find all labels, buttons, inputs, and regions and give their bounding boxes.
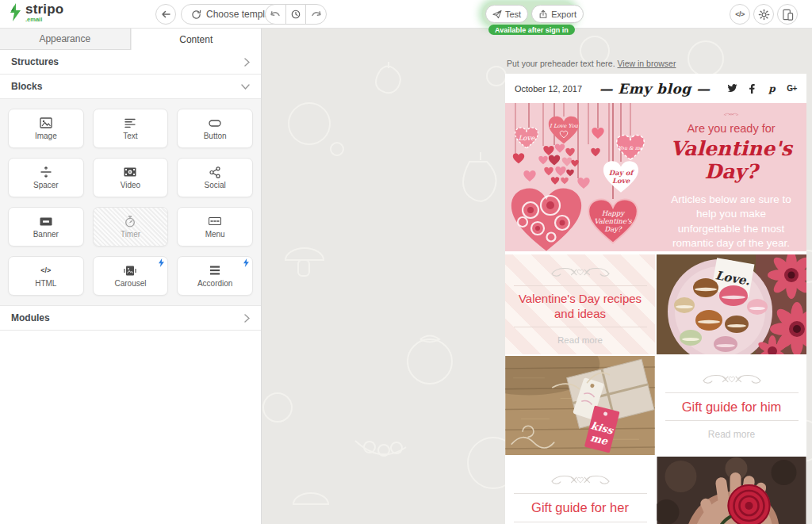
section-structures[interactable]: Structures <box>0 50 261 75</box>
macarons-photo: Love. <box>657 254 806 354</box>
block-banner[interactable]: Banner <box>8 207 84 247</box>
structures-label: Structures <box>11 56 59 67</box>
history-button[interactable] <box>285 5 307 24</box>
block-button[interactable]: Button <box>177 109 253 148</box>
code-icon: </> <box>735 10 745 18</box>
article-text-block: Gift guide for him Read more <box>657 356 806 455</box>
article-gift-her[interactable]: Gift guide for her Read more <box>505 457 806 524</box>
block-social[interactable]: Social <box>177 158 253 197</box>
button-icon <box>209 117 221 129</box>
html-code-icon: </> <box>40 264 51 277</box>
mosaic-heart <box>538 143 579 184</box>
gift-photo: kiss me <box>505 356 655 455</box>
modules-label: Modules <box>11 312 50 323</box>
preheader-text: Put your preheader text here. <box>507 59 615 68</box>
article-title: Valentine's Day recipes and ideas <box>509 292 652 322</box>
test-export-group: Test Export <box>482 2 576 26</box>
hero-body: Articles below are sure to help you make… <box>664 193 799 252</box>
text-icon <box>124 117 136 129</box>
heart-label: Love <box>519 134 536 142</box>
editor-canvas: Put your preheader text here. View in br… <box>262 29 812 524</box>
undo-icon <box>270 10 281 19</box>
brand-name: stripo <box>25 2 63 16</box>
heart-label: Happy <box>602 209 626 217</box>
block-html[interactable]: </> HTML <box>8 256 84 296</box>
stripo-logo[interactable]: stripo .email <box>8 2 63 23</box>
settings-button[interactable] <box>753 4 774 25</box>
timer-icon <box>124 215 136 228</box>
flourish-ornament <box>546 264 615 280</box>
chevron-right-icon <box>244 58 250 67</box>
social-share-icon <box>209 166 220 178</box>
carousel-icon <box>124 264 136 277</box>
twitter-icon[interactable] <box>727 84 737 93</box>
pinterest-icon[interactable]: p <box>767 83 777 94</box>
blog-title: — Emy blog — <box>599 81 710 97</box>
panel-tabs: Appearance Content <box>0 29 261 50</box>
test-button[interactable]: Test <box>485 5 528 23</box>
block-carousel[interactable]: Carousel <box>93 256 169 296</box>
export-button[interactable]: Export <box>531 5 584 23</box>
hero-banner-block[interactable]: Love I Love You You & me Day of Love Hap… <box>505 103 806 251</box>
hero-text: Are you ready for Valentine's Day? Artic… <box>656 103 806 251</box>
email-header-block[interactable]: October 12, 2017 — Emy blog — p G+ <box>505 74 806 103</box>
redo-icon <box>311 10 322 19</box>
flourish-ornament <box>546 472 615 488</box>
article-title: Gift guide for her <box>531 499 629 516</box>
email-social-icons: p G+ <box>727 83 797 94</box>
refresh-icon <box>191 10 201 20</box>
banner-icon <box>40 215 52 228</box>
undo-button[interactable] <box>266 5 285 24</box>
back-button[interactable] <box>155 4 176 25</box>
redo-button[interactable] <box>306 5 326 24</box>
block-spacer[interactable]: Spacer <box>8 158 84 197</box>
block-accordion[interactable]: Accordion <box>177 256 253 296</box>
email-preview: October 12, 2017 — Emy blog — p G+ <box>505 74 806 524</box>
preheader-row: Put your preheader text here. View in br… <box>507 59 808 68</box>
section-blocks[interactable]: Blocks <box>0 75 261 99</box>
export-icon <box>538 10 548 19</box>
heart-label: Day? <box>604 225 622 233</box>
block-menu[interactable]: Menu <box>177 207 253 247</box>
brand-suffix: .email <box>25 17 63 23</box>
article-text-block: Gift guide for her Read more <box>505 457 655 524</box>
hero-illustration: Love I Love You You & me Day of Love Hap… <box>505 103 656 251</box>
heart-label: Valentine's <box>594 217 632 225</box>
block-video[interactable]: Video <box>93 158 169 197</box>
section-modules[interactable]: Modules <box>0 306 261 331</box>
accordion-icon <box>209 264 220 277</box>
heart-label: I Love You <box>550 123 578 129</box>
test-label: Test <box>505 10 521 19</box>
image-icon <box>40 117 52 129</box>
export-label: Export <box>551 10 576 19</box>
stripo-bolt-icon <box>8 2 23 23</box>
facebook-icon[interactable] <box>747 84 757 94</box>
block-text[interactable]: Text <box>93 109 169 148</box>
history-controls <box>265 4 327 25</box>
gear-icon <box>758 9 770 21</box>
hero-eyebrow: Are you ready for <box>687 122 775 135</box>
tab-content[interactable]: Content <box>131 29 262 50</box>
read-more-link[interactable]: Read more <box>708 429 755 440</box>
view-in-browser-link[interactable]: View in browser <box>618 59 676 68</box>
article-recipes[interactable]: Valentine's Day recipes and ideas Read m… <box>505 254 806 354</box>
chevron-down-icon <box>241 84 250 90</box>
block-timer[interactable]: Timer <box>93 207 169 247</box>
hero-title: Valentine's Day? <box>664 137 799 183</box>
tab-appearance[interactable]: Appearance <box>0 29 131 50</box>
paper-plane-icon <box>492 10 502 19</box>
device-preview-button[interactable] <box>777 4 798 25</box>
chevron-right-icon <box>244 314 250 323</box>
read-more-link[interactable]: Read more <box>557 335 603 345</box>
code-view-button[interactable]: </> <box>730 4 750 25</box>
article-gift-him[interactable]: kiss me <box>505 356 806 455</box>
heart-label: Day of <box>609 169 635 177</box>
block-image[interactable]: Image <box>8 109 84 148</box>
email-date: October 12, 2017 <box>515 84 582 94</box>
stripo-editor: stripo .email Choose template <box>0 0 812 524</box>
article-text-block: Valentine's Day recipes and ideas Read m… <box>505 254 655 354</box>
heart-label: You & me <box>618 145 643 151</box>
signin-note-badge: Available after sign in <box>488 25 575 35</box>
pro-bolt-icon <box>243 258 249 267</box>
googleplus-icon[interactable]: G+ <box>787 84 797 93</box>
